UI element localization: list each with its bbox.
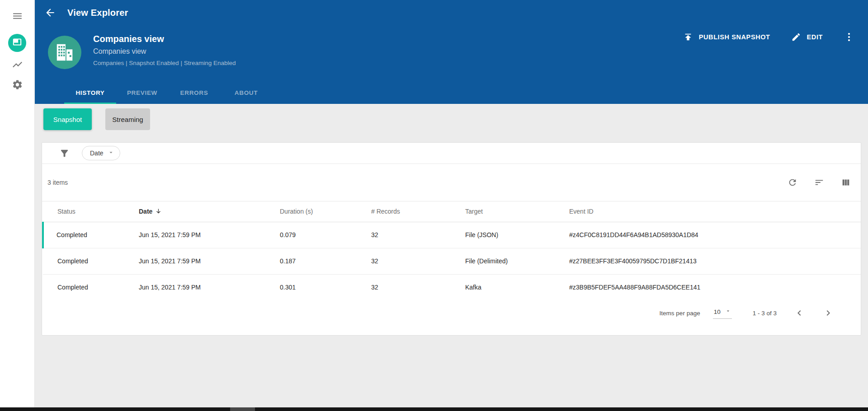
cell-duration: 0.187 [280,248,371,274]
more-options-icon[interactable] [844,32,854,42]
cell-event-id: #z27BEE3FF3E3F40059795DC7D1BF21413 [569,248,861,274]
column-header-event-id[interactable]: Event ID [569,201,861,222]
cell-records: 32 [371,222,465,248]
tab-history[interactable]: HISTORY [64,82,116,104]
bottom-scrollbar[interactable] [0,407,868,411]
columns-icon[interactable] [841,177,851,187]
table-row[interactable]: Completed Jun 15, 2021 7:59 PM 0.187 32 … [43,248,861,274]
list-toolbar: 3 items [42,164,861,201]
tab-bar: HISTORY PREVIEW ERRORS ABOUT [64,82,272,104]
menu-hamburger-icon[interactable] [12,10,23,22]
column-header-date[interactable]: Date [139,201,280,222]
cell-date: Jun 15, 2021 7:59 PM [139,274,280,300]
table-header-row: Status Date Duration (s) # Records Targe… [43,201,861,222]
history-table: Status Date Duration (s) # Records Targe… [42,201,861,300]
cell-records: 32 [371,274,465,300]
cell-target: File (JSON) [465,222,569,248]
cell-target: File (Delimited) [465,248,569,274]
column-header-duration[interactable]: Duration (s) [280,201,371,222]
column-header-records[interactable]: # Records [371,201,465,222]
mode-toggle-group: Snapshot Streaming [43,108,861,130]
cell-event-id: #z4CF0C8191DD44F6A94B1AD58930A1D84 [569,222,861,248]
settings-gear-icon[interactable] [12,79,23,90]
streaming-toggle-button[interactable]: Streaming [105,108,150,130]
items-count: 3 items [47,179,68,186]
previous-page-icon[interactable] [794,308,805,318]
app-header: View Explorer [35,0,868,104]
view-card-icon [11,36,23,50]
sort-icon[interactable] [814,177,824,187]
publish-snapshot-button[interactable]: PUBLISH SNAPSHOT [683,32,770,42]
cell-status: Completed [43,222,139,248]
cell-duration: 0.079 [280,222,371,248]
cell-date: Jun 15, 2021 7:59 PM [139,248,280,274]
tab-about[interactable]: ABOUT [220,82,272,104]
activity-chart-icon[interactable] [12,59,23,70]
tab-errors[interactable]: ERRORS [168,82,220,104]
column-header-target[interactable]: Target [465,201,569,222]
header-actions: PUBLISH SNAPSHOT EDIT [683,32,854,42]
sort-descending-arrow-icon [152,208,162,215]
filter-funnel-icon[interactable] [59,148,70,159]
next-page-icon[interactable] [823,308,834,318]
edit-button[interactable]: EDIT [791,32,823,42]
cell-duration: 0.301 [280,274,371,300]
table-row[interactable]: Completed Jun 15, 2021 7:59 PM 0.079 32 … [43,222,861,248]
refresh-icon[interactable] [788,177,797,187]
column-header-status[interactable]: Status [43,201,139,222]
cell-records: 32 [371,248,465,274]
tab-preview[interactable]: PREVIEW [116,82,168,104]
main-area: View Explorer [35,0,868,411]
date-filter-chip[interactable]: Date [82,146,120,160]
edit-pencil-icon [791,32,801,42]
company-building-icon [48,36,81,69]
publish-upload-icon [683,32,693,42]
view-profile: Companies view Companies view Companies … [48,36,236,69]
history-content: Snapshot Streaming Date 3 it [35,104,868,411]
history-card: Date 3 items [42,142,861,336]
snapshot-toggle-button[interactable]: Snapshot [43,108,92,130]
page-title: View Explorer [67,8,128,18]
view-title: Companies view [93,33,236,45]
page-size-select[interactable]: 10 [713,307,732,319]
select-caret-icon [725,308,731,315]
cell-status: Completed [43,248,139,274]
sidebar-views-item[interactable] [8,34,26,52]
view-subtitle: Companies view [93,46,236,57]
page-range-label: 1 - 3 of 3 [753,310,777,317]
view-explorer-window: View Explorer [0,0,868,411]
cell-date: Jun 15, 2021 7:59 PM [139,222,280,248]
filter-bar: Date [42,143,861,164]
cell-target: Kafka [465,274,569,300]
items-per-page-label: Items per page [660,310,700,317]
view-meta-tags: Companies | Snapshot Enabled | Streaming… [93,59,236,68]
scrollbar-thumb[interactable] [230,407,255,411]
chevron-down-icon [108,149,114,157]
cell-status: Completed [43,274,139,300]
cell-event-id: #z3B9B5FDEF5AA488F9A88FDA5D6CEE141 [569,274,861,300]
sidebar [0,0,35,411]
back-arrow-icon[interactable] [44,7,56,19]
table-row[interactable]: Completed Jun 15, 2021 7:59 PM 0.301 32 … [43,274,861,300]
pagination-bar: Items per page 10 1 - 3 of 3 [42,302,861,324]
